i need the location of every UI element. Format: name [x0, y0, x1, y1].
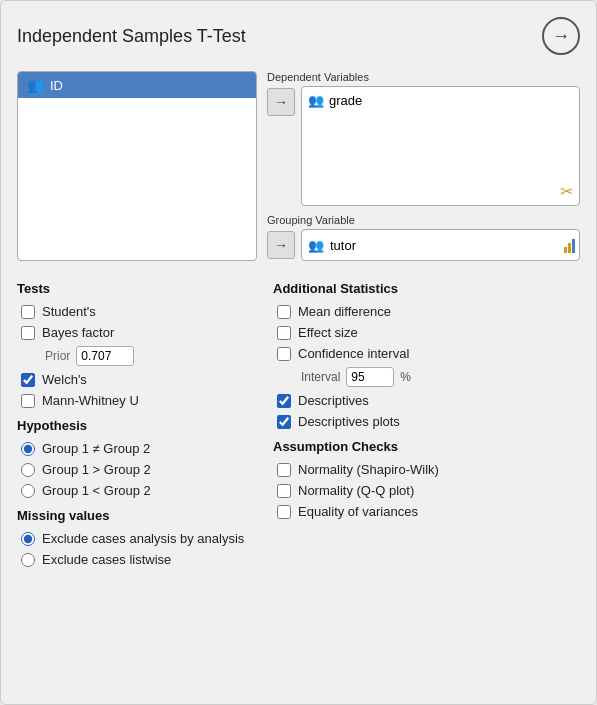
missing-analysis-label[interactable]: Exclude cases analysis by analysis: [42, 531, 244, 546]
additional-statistics-section: Additional Statistics Mean difference Ef…: [273, 281, 580, 429]
mean-diff-row: Mean difference: [273, 304, 580, 319]
missing-listwise-row: Exclude cases listwise: [17, 552, 257, 567]
grade-var-icon: 👥: [308, 93, 324, 108]
pct-label: %: [400, 370, 411, 384]
hypothesis-section: Hypothesis Group 1 ≠ Group 2 Group 1 > G…: [17, 418, 257, 498]
descriptives-checkbox[interactable]: [277, 394, 291, 408]
bayes-label[interactable]: Bayes factor: [42, 325, 114, 340]
dialog-title: Independent Samples T-Test: [17, 26, 246, 47]
welchs-row: Welch's: [17, 372, 257, 387]
normality-qq-checkbox[interactable]: [277, 484, 291, 498]
descriptives-plots-label[interactable]: Descriptives plots: [298, 414, 400, 429]
missing-values-section: Missing values Exclude cases analysis by…: [17, 508, 257, 567]
hypothesis-gt-label[interactable]: Group 1 > Group 2: [42, 462, 151, 477]
prior-input[interactable]: [76, 346, 134, 366]
hypothesis-lt-radio[interactable]: [21, 484, 35, 498]
hypothesis-gt-radio[interactable]: [21, 463, 35, 477]
grouping-variable-row: → 👥 tutor: [267, 229, 580, 261]
descriptives-row: Descriptives: [273, 393, 580, 408]
missing-listwise-radio[interactable]: [21, 553, 35, 567]
hypothesis-gt-row: Group 1 > Group 2: [17, 462, 257, 477]
welchs-label[interactable]: Welch's: [42, 372, 87, 387]
students-checkbox[interactable]: [21, 305, 35, 319]
confidence-interval-checkbox[interactable]: [277, 347, 291, 361]
missing-analysis-row: Exclude cases analysis by analysis: [17, 531, 257, 546]
bar-chart-icon: [564, 237, 575, 253]
next-button[interactable]: →: [542, 17, 580, 55]
bottom-grid: Tests Student's Bayes factor Prior Welch…: [17, 281, 580, 573]
left-column: Tests Student's Bayes factor Prior Welch…: [17, 281, 257, 573]
grade-var-label: grade: [329, 93, 362, 108]
additional-stats-title: Additional Statistics: [273, 281, 580, 296]
equality-variances-checkbox[interactable]: [277, 505, 291, 519]
mann-whitney-row: Mann-Whitney U: [17, 393, 257, 408]
dependent-variables-box: 👥 grade ✂: [301, 86, 580, 206]
effect-size-checkbox[interactable]: [277, 326, 291, 340]
welchs-checkbox[interactable]: [21, 373, 35, 387]
dep-var-arrow-button[interactable]: →: [267, 88, 295, 116]
assumption-checks-title: Assumption Checks: [273, 439, 580, 454]
missing-listwise-label[interactable]: Exclude cases listwise: [42, 552, 171, 567]
prior-label: Prior: [45, 349, 70, 363]
tutor-var-icon: 👥: [308, 238, 324, 253]
descriptives-label[interactable]: Descriptives: [298, 393, 369, 408]
normality-shapiro-row: Normality (Shapiro-Wilk): [273, 462, 580, 477]
dialog: Independent Samples T-Test → 👥 ID Depend…: [0, 0, 597, 705]
tests-section: Tests Student's Bayes factor Prior Welch…: [17, 281, 257, 408]
dependent-variables-row: → 👥 grade ✂: [267, 86, 580, 206]
confidence-interval-row: Confidence interval: [273, 346, 580, 361]
group-var-arrow-button[interactable]: →: [267, 231, 295, 259]
missing-values-title: Missing values: [17, 508, 257, 523]
normality-qq-label[interactable]: Normality (Q-Q plot): [298, 483, 414, 498]
hypothesis-neq-label[interactable]: Group 1 ≠ Group 2: [42, 441, 150, 456]
descriptives-plots-checkbox[interactable]: [277, 415, 291, 429]
mann-whitney-label[interactable]: Mann-Whitney U: [42, 393, 139, 408]
normality-shapiro-label[interactable]: Normality (Shapiro-Wilk): [298, 462, 439, 477]
dependent-variables-section: Dependent Variables → 👥 grade ✂: [267, 71, 580, 206]
right-column: Additional Statistics Mean difference Ef…: [273, 281, 580, 573]
missing-analysis-radio[interactable]: [21, 532, 35, 546]
id-var-icon: 👥: [26, 76, 44, 94]
tutor-var-label: tutor: [330, 238, 356, 253]
normality-qq-row: Normality (Q-Q plot): [273, 483, 580, 498]
interval-row: Interval %: [273, 367, 580, 387]
tests-title: Tests: [17, 281, 257, 296]
variable-list[interactable]: 👥 ID: [17, 71, 257, 261]
equality-variances-label[interactable]: Equality of variances: [298, 504, 418, 519]
dependent-variables-label: Dependent Variables: [267, 71, 580, 83]
scissors-icon: ✂: [560, 182, 573, 201]
normality-shapiro-checkbox[interactable]: [277, 463, 291, 477]
id-var-label: ID: [50, 78, 63, 93]
variable-assignment-area: 👥 ID Dependent Variables → 👥 grade: [17, 71, 580, 269]
group-arrow-icon: →: [274, 237, 288, 253]
bayes-checkbox[interactable]: [21, 326, 35, 340]
hypothesis-lt-row: Group 1 < Group 2: [17, 483, 257, 498]
dialog-header: Independent Samples T-Test →: [17, 17, 580, 55]
assumption-checks-section: Assumption Checks Normality (Shapiro-Wil…: [273, 439, 580, 519]
hypothesis-title: Hypothesis: [17, 418, 257, 433]
effect-size-label[interactable]: Effect size: [298, 325, 358, 340]
interval-input[interactable]: [346, 367, 394, 387]
right-panel: Dependent Variables → 👥 grade ✂: [267, 71, 580, 269]
list-item: 👥 grade: [308, 91, 573, 110]
descriptives-plots-row: Descriptives plots: [273, 414, 580, 429]
bayes-row: Bayes factor: [17, 325, 257, 340]
grouping-variable-section: Grouping Variable → 👥 tutor: [267, 214, 580, 261]
hypothesis-lt-label[interactable]: Group 1 < Group 2: [42, 483, 151, 498]
mann-whitney-checkbox[interactable]: [21, 394, 35, 408]
dep-arrow-icon: →: [274, 94, 288, 110]
students-label[interactable]: Student's: [42, 304, 96, 319]
interval-label: Interval: [301, 370, 340, 384]
equality-variances-row: Equality of variances: [273, 504, 580, 519]
mean-diff-checkbox[interactable]: [277, 305, 291, 319]
effect-size-row: Effect size: [273, 325, 580, 340]
grouping-variable-box: 👥 tutor: [301, 229, 580, 261]
students-row: Student's: [17, 304, 257, 319]
hypothesis-neq-row: Group 1 ≠ Group 2: [17, 441, 257, 456]
left-panel: 👥 ID: [17, 71, 257, 269]
arrow-right-icon: →: [552, 26, 570, 47]
confidence-interval-label[interactable]: Confidence interval: [298, 346, 409, 361]
hypothesis-neq-radio[interactable]: [21, 442, 35, 456]
mean-diff-label[interactable]: Mean difference: [298, 304, 391, 319]
list-item[interactable]: 👥 ID: [18, 72, 256, 98]
